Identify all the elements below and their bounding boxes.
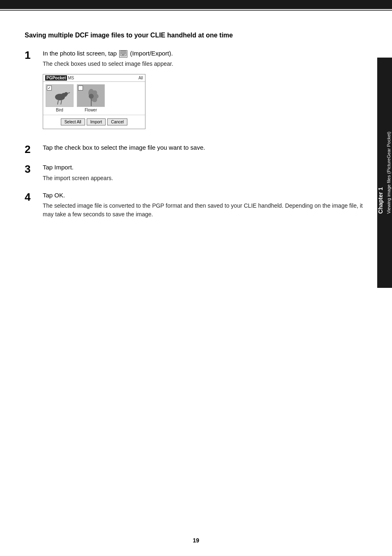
svg-rect-1 [121, 52, 125, 54]
step-1-description: The check boxes used to select image fil… [43, 60, 363, 68]
page-number: 19 [193, 537, 199, 544]
screenshot-header-left: PGPocket MS [45, 75, 74, 81]
step-4-instruction: Tap OK. [43, 191, 363, 200]
screenshot-images: Bird [43, 82, 145, 113]
svg-point-16 [89, 94, 94, 99]
svg-point-7 [65, 92, 68, 95]
step-1-instruction: In the photo list screen, tap (Import/Ex… [43, 49, 363, 58]
sidebar-sub-label: Viewing image files (PictureGear Pocket) [386, 132, 391, 214]
step-2: 2 Tap the check box to select the image … [25, 143, 363, 155]
step-3-number: 3 [25, 163, 43, 174]
all-label: All [138, 76, 143, 80]
select-all-button[interactable]: Select All [61, 118, 85, 125]
step-4-content: Tap OK. The selected image file is conve… [43, 191, 363, 219]
step-3-description: The import screen appears. [43, 174, 363, 183]
sidebar-tab: Chapter 1 Viewing image files (PictureGe… [377, 58, 392, 288]
step-4-number: 4 [25, 191, 43, 202]
screenshot-footer: Select All Import Cancel [43, 115, 145, 129]
flower-item: Flower [77, 84, 105, 112]
step-3: 3 Tap Import. The import screen appears. [25, 163, 363, 183]
flower-label: Flower [85, 108, 97, 112]
step-1-number: 1 [25, 49, 43, 60]
bird-label: Bird [56, 108, 63, 112]
top-rule [0, 10, 392, 11]
step-1: 1 In the photo list screen, tap (Import/… [25, 49, 363, 135]
step-3-content: Tap Import. The import screen appears. [43, 163, 363, 183]
import-export-icon [119, 50, 127, 58]
flower-checkbox [78, 86, 83, 90]
step-3-instruction: Tap Import. [43, 163, 363, 172]
step-4: 4 Tap OK. The selected image file is con… [25, 191, 363, 219]
chapter-label: Chapter 1 [377, 136, 385, 214]
step-4-description: The selected image file is converted to … [43, 202, 363, 219]
step-2-content: Tap the check box to select the image fi… [43, 143, 363, 154]
step-1-content: In the photo list screen, tap (Import/Ex… [43, 49, 363, 135]
step-2-instruction: Tap the check box to select the image fi… [43, 143, 363, 153]
pg-pocket-label: PGPocket [45, 75, 67, 81]
bird-checkbox [47, 86, 52, 90]
screenshot-header: PGPocket MS All [43, 74, 145, 82]
step-2-number: 2 [25, 143, 43, 155]
flower-thumb [77, 84, 105, 107]
top-bar [0, 0, 392, 9]
sidebar-tab-text: Chapter 1 Viewing image files (PictureGe… [377, 132, 392, 214]
main-content: Saving multiple DCF image files to your … [25, 31, 363, 252]
screenshot-mockup: PGPocket MS All [43, 74, 145, 129]
bird-item: Bird [46, 84, 74, 112]
import-button[interactable]: Import [87, 118, 106, 125]
cancel-button[interactable]: Cancel [107, 118, 127, 125]
bird-thumb [46, 84, 74, 107]
section-heading: Saving multiple DCF image files to your … [25, 31, 363, 40]
ms-label: MS [68, 76, 74, 80]
